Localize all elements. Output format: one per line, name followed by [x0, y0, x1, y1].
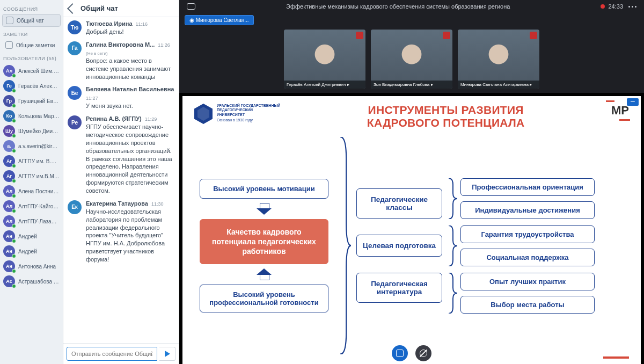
- active-speaker-tag[interactable]: ◉ Минюрова Светлан...: [185, 15, 254, 25]
- stage-topbar: Эффективные механизмы кадрового обеспече…: [179, 0, 644, 13]
- slide-mid-column: Педагогические классыЦелевая подготовкаП…: [356, 188, 442, 303]
- user-row[interactable]: АнАндрей: [2, 229, 61, 244]
- camera-off-button[interactable]: [415, 345, 431, 361]
- rail-item-general-chat[interactable]: Общий чат: [2, 14, 61, 27]
- chat-message: ТюТютюева Ирина11:16Добрый день!: [68, 20, 174, 36]
- user-row[interactable]: АлАлексей Шим... (Вы): [2, 63, 61, 78]
- video-tile[interactable]: Зои Владимировна Глебова ▸: [371, 30, 452, 89]
- chat-input-row: [63, 343, 179, 364]
- brace-icon: [448, 225, 457, 266]
- message-author: Екатерина Татаурова: [86, 200, 148, 207]
- avatar: Ан: [3, 260, 15, 272]
- user-row[interactable]: КоКольцова Мария ...: [2, 108, 61, 123]
- arrow-down-icon: [254, 203, 274, 215]
- rail-heading-users: ПОЛЬЗОВАТЕЛИ (55): [3, 56, 60, 61]
- user-row[interactable]: ГеГерасёв Алексей ...: [2, 78, 61, 93]
- message-time: 11:26: [158, 42, 170, 48]
- send-icon: [165, 351, 170, 357]
- avatar: Ar: [3, 155, 15, 167]
- brace-icon: [448, 178, 457, 219]
- slide-mid-box: Педагогическая интернатура: [356, 273, 442, 303]
- rail-item-label: Общие заметки: [16, 42, 55, 48]
- user-row[interactable]: АнАндрей: [2, 244, 61, 259]
- user-label: Андрей: [18, 249, 37, 254]
- users-list: АлАлексей Шим... (Вы)ГеГерасёв Алексей .…: [2, 63, 61, 361]
- user-label: АГГПУ им.В.М.Шу...: [18, 173, 60, 179]
- uni-line: ПЕДАГОГИЧЕСКИЙ: [217, 108, 280, 112]
- microphone-button[interactable]: [392, 345, 408, 361]
- slide-right-box: Индивидуальные достижения: [460, 201, 595, 219]
- chat-input[interactable]: [67, 347, 157, 361]
- box-readiness: Высокий уровень профессиональной готовно…: [200, 285, 328, 312]
- chat-body: ТюТютюева Ирина11:16Добрый день!ГаГалина…: [63, 17, 179, 343]
- meeting-title: Эффективные механизмы кадрового обеспече…: [195, 3, 601, 10]
- chat-message: РеРепина А.В. (ЯГПУ)11:29ЯГПУ обеспечива…: [68, 115, 174, 195]
- rail-heading-notes: ЗАМЕТКИ: [3, 32, 60, 37]
- user-row[interactable]: АнАнтонова Анна: [2, 259, 61, 274]
- avatar: Га: [68, 41, 82, 55]
- rail-heading-messages: СООБЩЕНИЯ: [3, 6, 60, 12]
- avatar: Ал: [3, 65, 15, 77]
- user-label: Андрей: [18, 234, 37, 239]
- user-label: a.v.averin@kiro.ru: [18, 143, 60, 149]
- slide-right-column: Профессиональная ориентацияИндивидуальны…: [448, 178, 595, 314]
- avatar: Ек: [68, 200, 82, 214]
- slide-mid-box: Педагогические классы: [356, 188, 442, 219]
- user-row[interactable]: a.a.v.averin@kiro.ru: [2, 139, 61, 154]
- slide-right-group: Опыт лучших практикВыбор места работы: [448, 273, 595, 314]
- avatar: a.: [3, 140, 15, 152]
- university-logo-icon: [194, 104, 213, 124]
- pin-icon[interactable]: [530, 32, 537, 39]
- video-tile[interactable]: Минюрова Светлана Алигарьевна ▸: [458, 30, 539, 89]
- user-row[interactable]: ШуШумейко Дмитри...: [2, 123, 61, 139]
- rail-item-shared-notes[interactable]: Общие заметки: [2, 39, 61, 51]
- user-row[interactable]: АсАстрашабова М...: [2, 274, 61, 289]
- participants-icon[interactable]: [187, 3, 195, 10]
- university-logo-block: Уральский государственный ПЕДАГОГИЧЕСКИЙ…: [194, 104, 280, 124]
- avatar: Ar: [3, 170, 15, 182]
- back-icon[interactable]: [67, 3, 78, 14]
- message-time: 11:27: [86, 96, 98, 101]
- participant-name: Минюрова Светлана Алигарьевна ▸: [458, 81, 539, 89]
- user-row[interactable]: ArАГГПУ им.В.М.Шу...: [2, 169, 61, 184]
- message-author: Тютюева Ирина: [86, 20, 133, 27]
- message-text: Вопрос: а какое место в системе управлен…: [86, 57, 174, 81]
- box-motivation: Высокий уровень мотивации: [200, 179, 328, 199]
- uni-line: УНИВЕРСИТЕТ: [217, 113, 280, 117]
- avatar: Шу: [3, 125, 15, 137]
- slide-right-box: Выбор места работы: [460, 296, 595, 314]
- notes-icon: [5, 41, 13, 49]
- user-row[interactable]: АлАлтГПУ-Лазаренк...: [2, 214, 61, 229]
- slide-right-group: Гарантия трудоустройстваСоциальная подде…: [448, 225, 595, 266]
- participant-name: Зои Владимировна Глебова ▸: [371, 81, 452, 89]
- user-label: АГГПУ им. В.М. Ш...: [18, 158, 60, 164]
- message-text: У меня звука нет.: [86, 102, 174, 110]
- user-label: АлтГПУ-Кайгород...: [18, 203, 60, 209]
- slide-right-box: Профессиональная ориентация: [460, 178, 595, 196]
- video-tile[interactable]: Герасёв Алексей Дмитриевич ▸: [284, 30, 365, 89]
- avatar: Ге: [3, 80, 15, 92]
- user-label: Алексей Шим... (Вы): [18, 68, 60, 74]
- slide-right-group: Профессиональная ориентацияИндивидуальны…: [448, 178, 595, 219]
- pin-icon[interactable]: [443, 32, 450, 39]
- pin-icon[interactable]: [356, 32, 363, 39]
- meeting-stage: Эффективные механизмы кадрового обеспече…: [179, 0, 644, 364]
- slide: – Уральский государственный ПЕДАГОГИЧЕСК…: [182, 96, 641, 364]
- chat-panel: Общий чат ТюТютюева Ирина11:16Добрый ден…: [63, 0, 179, 364]
- avatar: Гр: [3, 95, 15, 107]
- avatar: Ал: [3, 200, 15, 212]
- message-author: Галина Викторовна М...: [86, 41, 155, 48]
- user-row[interactable]: ГрГрушицкий Евген...: [2, 93, 61, 108]
- send-button[interactable]: [159, 347, 175, 361]
- arrow-up-icon: [254, 268, 274, 280]
- chat-message: ГаГалина Викторовна М...11:26(Нe в сети)…: [68, 41, 174, 81]
- user-row[interactable]: АлАлтГПУ-Кайгород...: [2, 199, 61, 214]
- avatar: Бе: [68, 86, 82, 100]
- user-row[interactable]: АлАлена Постникова: [2, 184, 61, 199]
- user-row[interactable]: ArАГГПУ им. В.М. Ш...: [2, 154, 61, 169]
- more-menu-icon[interactable]: [628, 6, 636, 8]
- message-meta: (Нe в сети): [86, 51, 108, 56]
- chat-title: Общий чат: [80, 4, 118, 12]
- presentation-area: – Уральский государственный ПЕДАГОГИЧЕСК…: [179, 93, 644, 364]
- slide-left-column: Высокий уровень мотивации Качество кадро…: [194, 179, 334, 313]
